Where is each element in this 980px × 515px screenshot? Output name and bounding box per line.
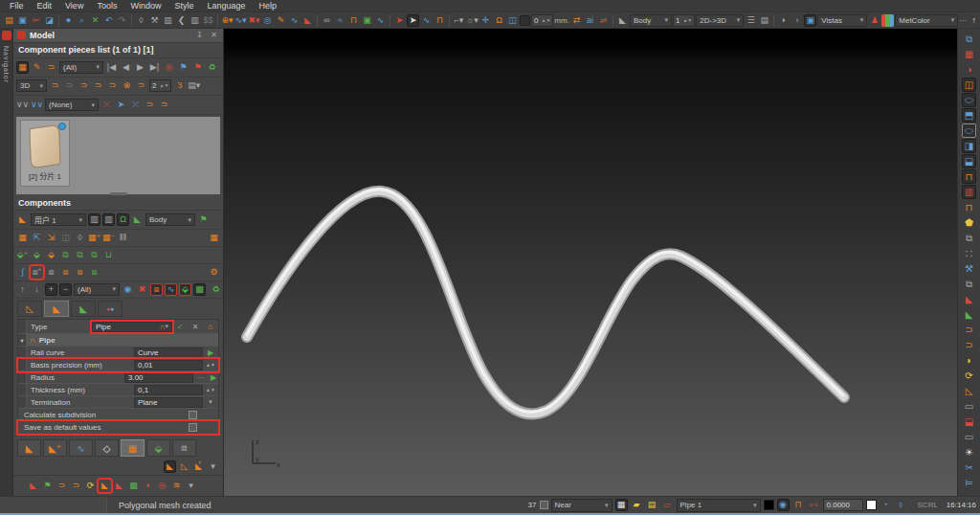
tools-mix-icon[interactable]: ⚒ xyxy=(962,261,976,276)
red-shoe-icon[interactable]: ◣ xyxy=(27,480,39,492)
views-select[interactable]: Vistas▾ xyxy=(817,14,867,27)
window-grid-icon[interactable]: ▦ xyxy=(962,47,976,61)
link-icon[interactable]: ∞ xyxy=(321,14,333,27)
arc-solid-icon[interactable]: ⊃ xyxy=(70,480,82,492)
body-select[interactable]: Body▾ xyxy=(630,14,672,27)
cube-green-icon[interactable]: ⧈ xyxy=(88,266,100,279)
grid-view-icon[interactable]: ▦ xyxy=(16,61,29,74)
red-panel-icon[interactable]: ▥ xyxy=(962,185,976,199)
part-copy-icon[interactable]: ⧉ xyxy=(59,249,72,261)
lock-edit-icon[interactable]: ⊓ xyxy=(347,14,360,27)
target-yellow-icon[interactable]: ⟳ xyxy=(962,369,976,383)
shoe-button[interactable]: ◣ xyxy=(17,439,41,457)
close-icon[interactable]: ✕ xyxy=(209,30,219,40)
columns-icon[interactable]: ‖‖ xyxy=(117,232,129,244)
arc-solid-view-icon[interactable]: ⊃ xyxy=(962,338,976,352)
arc-view-icon[interactable]: ⊃ xyxy=(962,323,976,337)
termination-select[interactable]: Plane xyxy=(134,397,203,408)
shoe-variant3-icon[interactable]: ◣̓ xyxy=(192,460,205,473)
texture-icon[interactable]: ▩ xyxy=(127,480,140,492)
save-defaults-checkbox[interactable] xyxy=(189,423,197,432)
line-color-swatch[interactable] xyxy=(764,500,774,510)
tab-shoe-solid[interactable]: ◣ xyxy=(44,301,69,317)
user-select[interactable]: 用户 1▾ xyxy=(31,213,86,226)
pipe-group-row[interactable]: ▾ ∩ Pipe xyxy=(18,334,218,347)
part-mirror-icon[interactable]: ⧉ xyxy=(88,249,100,261)
navigator-tab-icon[interactable] xyxy=(2,31,11,40)
prev-icon[interactable]: ◀ xyxy=(120,61,132,74)
s-curve-icon[interactable]: ∫ xyxy=(16,266,29,279)
lock-icon[interactable]: ⊓ xyxy=(434,14,446,27)
spinner-arrows-icon[interactable]: ▲▼ xyxy=(682,18,692,23)
measure-icon[interactable]: ⊨ xyxy=(962,476,976,490)
block-add-icon[interactable]: ▦⁺ xyxy=(88,232,100,244)
film-icon[interactable]: ▥ xyxy=(88,213,100,226)
move-up-icon[interactable]: ↑ xyxy=(16,283,29,296)
points-red-icon[interactable]: ⤫ xyxy=(100,99,113,111)
menu-window[interactable]: Window xyxy=(124,1,167,11)
select-curve-icon[interactable]: ∿ xyxy=(420,14,433,27)
flat-icon[interactable]: ▭ xyxy=(962,399,976,414)
grid-right-icon[interactable]: ▦ xyxy=(208,232,220,244)
chain-curve-icon[interactable]: ≈ xyxy=(334,14,346,27)
piece-open-icon[interactable]: ⊃ xyxy=(78,79,90,92)
swap-icon[interactable]: ⇌ xyxy=(597,14,610,27)
knife-icon[interactable]: ◣ xyxy=(301,14,314,27)
snap-checkbox[interactable] xyxy=(540,501,548,509)
gear-icon[interactable]: ⚙ xyxy=(208,266,220,279)
curve-tool-icon[interactable]: ∿▾ xyxy=(234,14,247,27)
calc-subdivision-checkbox[interactable] xyxy=(189,411,197,419)
part-orange-icon[interactable]: ⬙ xyxy=(45,249,57,261)
pick-curve-button[interactable]: ▶ xyxy=(203,348,218,357)
copies-spinner[interactable]: 2 ▲▼ xyxy=(149,79,171,92)
pick-radius-button[interactable]: ▶ xyxy=(209,373,218,382)
select-red-icon[interactable]: ➤ xyxy=(393,14,406,27)
wave-button[interactable]: ∿ xyxy=(69,439,93,457)
recycle-icon[interactable]: ♻ xyxy=(206,61,218,74)
connect-icon[interactable]: ∿ xyxy=(374,14,387,27)
lock-small-icon[interactable]: ⊓ xyxy=(962,200,976,214)
shoe-variant1-icon[interactable]: ◣ xyxy=(164,460,176,473)
spinner-arrows-icon[interactable]: ▲▼ xyxy=(159,83,168,88)
part-add-icon[interactable]: ⬙⁺ xyxy=(16,249,29,261)
menu-edit[interactable]: Edit xyxy=(32,1,58,11)
part-up-icon[interactable]: ⬙ xyxy=(31,249,43,261)
shoe-add-button[interactable]: ◣⁺ xyxy=(43,439,67,457)
filter-all-select[interactable]: (All)▾ xyxy=(59,61,103,74)
box-button[interactable]: ⧈ xyxy=(172,439,196,457)
pipe-shoe-icon[interactable]: ◣ xyxy=(99,480,111,492)
radius-input[interactable]: 3.00 xyxy=(124,372,193,383)
precision-spinner-icon[interactable]: ▲▼ xyxy=(203,363,218,368)
plane2-icon[interactable]: ◖ xyxy=(791,14,803,27)
all-select[interactable]: (All)▾ xyxy=(74,283,120,296)
omega-icon[interactable]: Ω xyxy=(117,213,129,226)
half-circle-icon[interactable]: ◑ xyxy=(962,62,976,77)
splitter-handle[interactable] xyxy=(110,192,127,195)
menu-view[interactable]: View xyxy=(59,1,89,11)
marker-icon[interactable]: ▱ xyxy=(661,499,674,511)
expand-icon[interactable]: + xyxy=(45,283,57,296)
layer-yellow-icon[interactable]: ▰ xyxy=(631,499,643,511)
body-select-panel[interactable]: Body▾ xyxy=(145,213,195,226)
views-monitor-icon[interactable]: ▣ xyxy=(804,14,816,27)
thickness-spinner-icon[interactable]: ▲▼ xyxy=(203,388,218,392)
layers-icon[interactable]: ☰ xyxy=(745,14,757,27)
map-icon[interactable]: ⚑ xyxy=(197,213,210,226)
tab-shoe-green[interactable]: ◣ xyxy=(71,301,96,317)
near-select[interactable]: Near▾ xyxy=(551,499,612,512)
paste-icon[interactable]: ❮ xyxy=(175,14,188,27)
sel-mesh-icon[interactable]: ▩ xyxy=(193,283,206,296)
boot-icon[interactable]: ◣ xyxy=(113,480,125,492)
cube-add-icon[interactable]: ⧈⁺ xyxy=(31,266,43,279)
redo-icon[interactable]: ↷ xyxy=(116,14,128,27)
tab-shoe-outline[interactable]: ◺ xyxy=(17,301,42,317)
basis-precision-input[interactable]: 0,01 xyxy=(134,360,203,370)
cube-orange-icon[interactable]: ⧈ xyxy=(59,266,72,279)
piece-icon[interactable]: ⊃ xyxy=(45,61,57,74)
coordinate-field[interactable]: 0.0000 xyxy=(823,499,863,511)
piece-mirror-icon[interactable]: ⊃ xyxy=(135,79,147,92)
rail-curve-value[interactable]: Curve xyxy=(134,347,203,358)
pin-tool-icon[interactable]: ⊕▾ xyxy=(221,14,234,27)
back-view-icon[interactable]: ⬓ xyxy=(962,154,976,168)
pick-icon[interactable]: ⇱ xyxy=(31,232,43,244)
